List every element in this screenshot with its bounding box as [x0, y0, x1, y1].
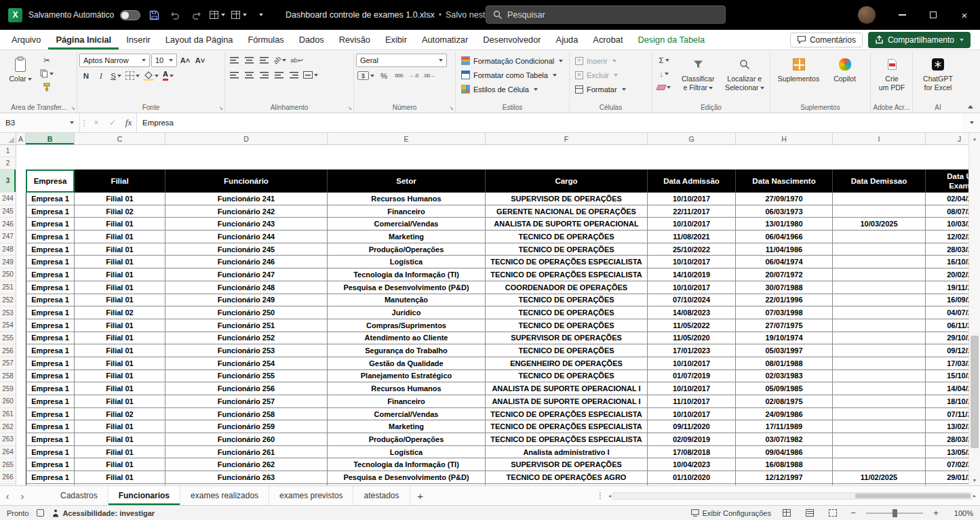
clear-button[interactable]: [656, 81, 672, 94]
row-header-262[interactable]: 262: [0, 420, 16, 433]
create-pdf-button[interactable]: Crie um PDF: [873, 54, 911, 92]
cell-A249[interactable]: [16, 256, 26, 268]
cell-A258[interactable]: [16, 370, 26, 383]
cell-J263[interactable]: 28/03/2: [926, 433, 968, 446]
cell-J246[interactable]: 10/03/2: [926, 218, 968, 231]
cell-styles-button[interactable]: Estilos de Célula: [458, 82, 567, 96]
cell-F254[interactable]: TECNICO DE OPERAÇÕES: [486, 319, 648, 332]
insert-cells-button[interactable]: +Inserir: [572, 54, 650, 68]
cell-J258[interactable]: 15/10/2: [926, 370, 968, 383]
user-avatar[interactable]: [858, 6, 876, 24]
orientation-button[interactable]: ab: [272, 54, 288, 66]
cell-F244[interactable]: SUPERVISOR DE OPERAÇÕES: [486, 193, 648, 205]
decrease-indent-button[interactable]: [272, 68, 286, 81]
cell-C3[interactable]: Filial: [75, 169, 165, 193]
cell-C256[interactable]: Filial 01: [75, 344, 165, 357]
ribbon-tab-dados[interactable]: Dados: [292, 30, 332, 49]
cell-B264[interactable]: Empresa 1: [26, 446, 75, 459]
cell-B254[interactable]: Empresa 1: [26, 319, 75, 332]
cell-H260[interactable]: 02/08/1975: [736, 395, 833, 408]
cell-H256[interactable]: 05/03/1997: [736, 344, 833, 357]
row-header-259[interactable]: 259: [0, 382, 16, 395]
ribbon-tab-inserir[interactable]: Inserir: [119, 30, 158, 49]
cell-C252[interactable]: Filial 01: [75, 294, 165, 307]
fill-button[interactable]: ↓: [656, 67, 672, 80]
row-header-2[interactable]: 2: [0, 157, 16, 169]
increase-font-button[interactable]: A˄: [178, 54, 192, 67]
cell-B247[interactable]: Empresa 1: [26, 231, 75, 243]
cell-H247[interactable]: 06/04/1966: [736, 231, 833, 243]
cell-F260[interactable]: ANALISTA DE SUPORTE OPERACIONAL I: [486, 395, 648, 408]
currency-format-button[interactable]: $: [356, 69, 376, 82]
cell-G254[interactable]: 11/05/2022: [648, 319, 736, 332]
cell-H246[interactable]: 13/01/1980: [736, 218, 833, 231]
cell-G248[interactable]: 25/10/2022: [648, 243, 736, 256]
row-1-cells[interactable]: [26, 145, 968, 157]
cell-J252[interactable]: 16/09/2: [926, 294, 968, 307]
enter-button[interactable]: ✓: [104, 113, 121, 132]
cell-D264[interactable]: Funcionário 261: [165, 446, 328, 459]
cell-D267[interactable]: [165, 484, 328, 485]
row-header-260[interactable]: 260: [0, 395, 16, 408]
column-header-C[interactable]: C: [75, 133, 165, 144]
cell-E254[interactable]: Compras/Suprimentos: [328, 319, 486, 332]
cell-A245[interactable]: [16, 205, 26, 218]
cell-I251[interactable]: [833, 281, 926, 294]
cell-A250[interactable]: [16, 268, 26, 281]
cell-B262[interactable]: Empresa 1: [26, 420, 75, 433]
autosum-button[interactable]: Σ: [656, 54, 672, 66]
cell-B263[interactable]: Empresa 1: [26, 433, 75, 446]
merge-center-button[interactable]: [302, 68, 319, 81]
cell-A256[interactable]: [16, 344, 26, 357]
cell-D256[interactable]: Funcionário 253: [165, 344, 328, 357]
cell-A265[interactable]: [16, 458, 26, 471]
sheet-nav-left-button[interactable]: ‹: [0, 486, 15, 505]
comma-format-button[interactable]: 000: [392, 69, 406, 82]
cell-I266[interactable]: 11/02/2025: [833, 471, 926, 484]
cell-D262[interactable]: Funcionário 259: [165, 420, 328, 433]
alignment-dialog-launcher[interactable]: ↘: [347, 106, 352, 111]
cell-I254[interactable]: [833, 319, 926, 332]
cell-E247[interactable]: Marketing: [328, 231, 486, 243]
horizontal-scroll-thumb[interactable]: [855, 494, 971, 498]
cell-B267[interactable]: [26, 484, 75, 485]
cell-C253[interactable]: Filial 02: [75, 306, 165, 319]
cell-J257[interactable]: 17/03/2: [926, 357, 968, 370]
cell-J245[interactable]: 08/07/2: [926, 205, 968, 218]
chatgpt-button[interactable]: ChatGPT for Excel: [915, 54, 961, 92]
column-header-E[interactable]: E: [328, 133, 486, 144]
cell-E266[interactable]: Pesquisa e Desenvolvimento (P&D): [328, 471, 486, 484]
font-dialog-launcher[interactable]: ↘: [218, 106, 223, 111]
cell-B260[interactable]: Empresa 1: [26, 395, 75, 408]
align-bottom-button[interactable]: [257, 54, 271, 66]
borders-button[interactable]: [124, 69, 141, 82]
cell-I255[interactable]: [833, 332, 926, 345]
maximize-button[interactable]: [918, 0, 949, 30]
cell-F248[interactable]: TECNICO DE OPERAÇÕES: [486, 243, 648, 256]
expand-formula-bar-button[interactable]: [962, 113, 980, 132]
ribbon-tab-desenvolvedor[interactable]: Desenvolvedor: [475, 30, 548, 49]
cell-G264[interactable]: 17/08/2018: [648, 446, 736, 459]
cell-J250[interactable]: 20/02/2: [926, 268, 968, 281]
row-header-245[interactable]: 245: [0, 205, 16, 218]
cell-H266[interactable]: 12/12/1997: [736, 471, 833, 484]
horizontal-scroll-track[interactable]: [612, 492, 972, 500]
cell-G249[interactable]: 10/10/2017: [648, 256, 736, 268]
cell-F263[interactable]: TECNICO DE OPERAÇÕES ESPECIALISTA: [486, 433, 648, 446]
cell-J259[interactable]: 14/04/2: [926, 382, 968, 395]
cell-E246[interactable]: Comercial/Vendas: [328, 218, 486, 231]
row-header-249[interactable]: 249: [0, 256, 16, 268]
close-button[interactable]: ×: [949, 0, 980, 30]
conditional-formatting-button[interactable]: Formatação Condicional: [458, 54, 567, 68]
cell-F257[interactable]: ENGENHEIRO DE OPERAÇÕES: [486, 357, 648, 370]
cell-F261[interactable]: TECNICO DE OPERAÇÕES ESPECIALISTA: [486, 408, 648, 421]
increase-decimal-button[interactable]: ←.0: [407, 69, 420, 82]
cell-F250[interactable]: TECNICO DE OPERAÇÕES ESPECIALISTA: [486, 268, 648, 281]
cell-B3[interactable]: Empresa: [26, 169, 75, 193]
cell-F249[interactable]: TECNICO DE OPERAÇÕES ESPECIALISTA: [486, 256, 648, 268]
page-break-view-button[interactable]: [825, 509, 840, 517]
redo-button[interactable]: [189, 6, 203, 24]
cell-H263[interactable]: 03/07/1982: [736, 433, 833, 446]
cell-D266[interactable]: Funcionário 263: [165, 471, 328, 484]
cell-E259[interactable]: Recursos Humanos: [328, 382, 486, 395]
